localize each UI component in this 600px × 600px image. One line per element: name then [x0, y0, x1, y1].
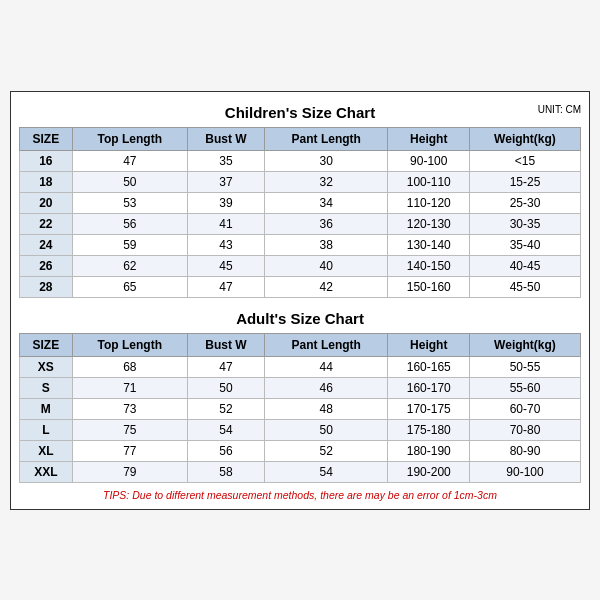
adult-header-pant: Pant Length	[264, 333, 388, 356]
data-cell: 160-170	[388, 377, 470, 398]
data-cell: 40-45	[469, 255, 580, 276]
data-cell: 41	[188, 213, 265, 234]
data-cell: 150-160	[388, 276, 470, 297]
data-cell: 130-140	[388, 234, 470, 255]
children-header-row: SIZE Top Length Bust W Pant Length Heigh…	[20, 127, 581, 150]
chart-container: Children's Size Chart UNIT: CM SIZE Top …	[10, 91, 590, 510]
data-cell: 47	[188, 276, 265, 297]
data-cell: 70-80	[469, 419, 580, 440]
data-cell: 40	[264, 255, 388, 276]
children-header-pant: Pant Length	[264, 127, 388, 150]
data-cell: 175-180	[388, 419, 470, 440]
data-cell: 34	[264, 192, 388, 213]
adult-table: SIZE Top Length Bust W Pant Length Heigh…	[19, 333, 581, 483]
size-cell: 28	[20, 276, 73, 297]
data-cell: 42	[264, 276, 388, 297]
data-cell: 190-200	[388, 461, 470, 482]
table-row: XS684744160-16550-55	[20, 356, 581, 377]
data-cell: 55-60	[469, 377, 580, 398]
data-cell: 160-165	[388, 356, 470, 377]
data-cell: 48	[264, 398, 388, 419]
size-cell: XL	[20, 440, 73, 461]
data-cell: 71	[72, 377, 187, 398]
children-table: SIZE Top Length Bust W Pant Length Heigh…	[19, 127, 581, 298]
table-row: M735248170-17560-70	[20, 398, 581, 419]
size-cell: 20	[20, 192, 73, 213]
table-row: 22564136120-13030-35	[20, 213, 581, 234]
children-header-weight: Weight(kg)	[469, 127, 580, 150]
children-header-bust: Bust W	[188, 127, 265, 150]
children-title-text: Children's Size Chart	[225, 104, 375, 121]
table-row: 1647353090-100<15	[20, 150, 581, 171]
adult-header-top-length: Top Length	[72, 333, 187, 356]
data-cell: 37	[188, 171, 265, 192]
children-section-title: Children's Size Chart UNIT: CM	[19, 100, 581, 123]
size-cell: S	[20, 377, 73, 398]
data-cell: 39	[188, 192, 265, 213]
data-cell: 50	[264, 419, 388, 440]
data-cell: 43	[188, 234, 265, 255]
data-cell: 65	[72, 276, 187, 297]
data-cell: 100-110	[388, 171, 470, 192]
data-cell: 35	[188, 150, 265, 171]
size-cell: XXL	[20, 461, 73, 482]
adult-title-text: Adult's Size Chart	[236, 310, 364, 327]
size-cell: XS	[20, 356, 73, 377]
data-cell: 15-25	[469, 171, 580, 192]
data-cell: 54	[264, 461, 388, 482]
size-cell: 26	[20, 255, 73, 276]
adult-header-height: Height	[388, 333, 470, 356]
data-cell: 68	[72, 356, 187, 377]
data-cell: 73	[72, 398, 187, 419]
data-cell: 110-120	[388, 192, 470, 213]
size-cell: M	[20, 398, 73, 419]
size-cell: 18	[20, 171, 73, 192]
adult-header-size: SIZE	[20, 333, 73, 356]
data-cell: 45-50	[469, 276, 580, 297]
size-cell: 22	[20, 213, 73, 234]
data-cell: 58	[188, 461, 265, 482]
data-cell: 47	[72, 150, 187, 171]
children-header-height: Height	[388, 127, 470, 150]
table-row: S715046160-17055-60	[20, 377, 581, 398]
table-row: 20533934110-12025-30	[20, 192, 581, 213]
table-row: 18503732100-11015-25	[20, 171, 581, 192]
data-cell: 44	[264, 356, 388, 377]
data-cell: 90-100	[469, 461, 580, 482]
adult-header-bust: Bust W	[188, 333, 265, 356]
data-cell: 32	[264, 171, 388, 192]
adult-header-row: SIZE Top Length Bust W Pant Length Heigh…	[20, 333, 581, 356]
data-cell: 62	[72, 255, 187, 276]
data-cell: 47	[188, 356, 265, 377]
data-cell: 77	[72, 440, 187, 461]
table-row: XL775652180-19080-90	[20, 440, 581, 461]
data-cell: 79	[72, 461, 187, 482]
data-cell: 53	[72, 192, 187, 213]
size-cell: 16	[20, 150, 73, 171]
data-cell: 75	[72, 419, 187, 440]
data-cell: 38	[264, 234, 388, 255]
tips-text: TIPS: Due to different measurement metho…	[19, 489, 581, 501]
data-cell: 90-100	[388, 150, 470, 171]
data-cell: <15	[469, 150, 580, 171]
data-cell: 36	[264, 213, 388, 234]
data-cell: 46	[264, 377, 388, 398]
table-row: 24594338130-14035-40	[20, 234, 581, 255]
children-header-top-length: Top Length	[72, 127, 187, 150]
table-row: L755450175-18070-80	[20, 419, 581, 440]
data-cell: 60-70	[469, 398, 580, 419]
data-cell: 54	[188, 419, 265, 440]
data-cell: 25-30	[469, 192, 580, 213]
data-cell: 170-175	[388, 398, 470, 419]
data-cell: 50	[188, 377, 265, 398]
size-cell: L	[20, 419, 73, 440]
data-cell: 30	[264, 150, 388, 171]
children-unit-label: UNIT: CM	[538, 104, 581, 115]
adult-header-weight: Weight(kg)	[469, 333, 580, 356]
data-cell: 59	[72, 234, 187, 255]
children-header-size: SIZE	[20, 127, 73, 150]
data-cell: 56	[188, 440, 265, 461]
data-cell: 80-90	[469, 440, 580, 461]
data-cell: 45	[188, 255, 265, 276]
data-cell: 30-35	[469, 213, 580, 234]
